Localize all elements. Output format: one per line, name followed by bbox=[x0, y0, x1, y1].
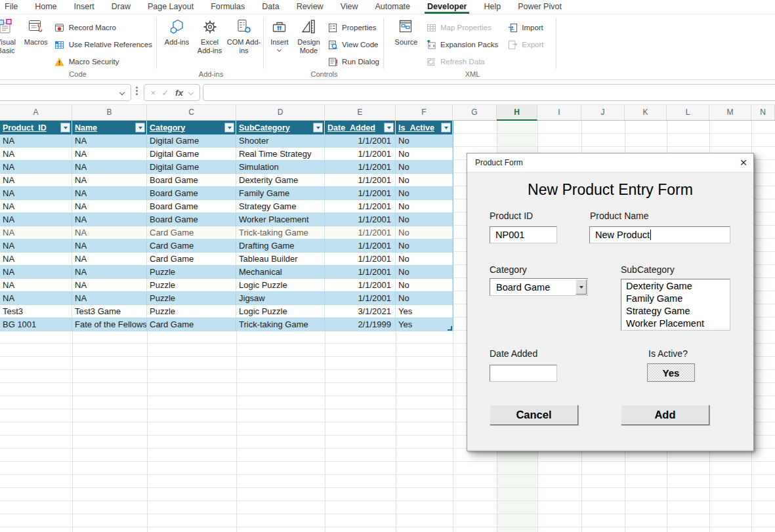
use-relative-references-button[interactable]: Use Relative References bbox=[51, 36, 156, 53]
combo-dropdown-button[interactable] bbox=[576, 279, 587, 295]
table-cell[interactable]: No bbox=[396, 134, 453, 148]
table-cell[interactable]: Logic Puzzle bbox=[236, 279, 325, 292]
tab-developer[interactable]: Developer bbox=[419, 0, 475, 14]
table-cell[interactable]: Test3 Game bbox=[72, 305, 147, 318]
table-cell[interactable]: No bbox=[396, 213, 453, 226]
table-cell[interactable]: 1/1/2001 bbox=[325, 279, 396, 292]
table-cell[interactable]: Puzzle bbox=[147, 266, 236, 279]
dialog-title-bar[interactable]: Product Form × bbox=[467, 153, 753, 173]
table-cell[interactable]: No bbox=[396, 200, 453, 213]
column-header-F[interactable]: F bbox=[396, 105, 453, 120]
table-header-product_id[interactable]: Product_ID bbox=[0, 121, 72, 134]
table-cell[interactable]: NA bbox=[0, 134, 72, 148]
table-cell[interactable]: NA bbox=[0, 239, 72, 253]
table-cell[interactable]: 1/1/2001 bbox=[325, 161, 396, 174]
table-cell[interactable]: Puzzle bbox=[147, 305, 236, 318]
column-header-K[interactable]: K bbox=[625, 105, 667, 120]
table-cell[interactable]: NA bbox=[72, 161, 147, 174]
column-header-N[interactable]: N bbox=[751, 105, 775, 120]
column-header-E[interactable]: E bbox=[325, 105, 396, 120]
table-cell[interactable]: 2/1/1999 bbox=[325, 318, 396, 331]
table-cell[interactable]: Mechanical bbox=[236, 266, 325, 279]
table-cell[interactable]: NA bbox=[0, 174, 72, 187]
table-cell[interactable]: Real Time Strategy bbox=[236, 148, 325, 161]
add-ins-button[interactable]: Add-ins bbox=[161, 14, 193, 47]
table-cell[interactable]: Shooter bbox=[236, 134, 325, 148]
table-cell[interactable]: NA bbox=[72, 266, 147, 279]
filter-dropdown-button[interactable] bbox=[313, 123, 323, 133]
table-cell[interactable]: Digital Game bbox=[147, 134, 236, 148]
table-cell[interactable]: 1/1/2001 bbox=[325, 148, 396, 161]
table-resize-handle[interactable] bbox=[448, 326, 452, 331]
com-add-ins-button[interactable]: COM Add-ins bbox=[227, 14, 261, 54]
subcategory-listbox[interactable]: Dexterity GameFamily GameStrategy GameWo… bbox=[621, 279, 730, 331]
table-cell[interactable]: Digital Game bbox=[147, 161, 236, 174]
column-header-A[interactable]: A bbox=[0, 105, 72, 120]
table-header-is_active[interactable]: Is_Active bbox=[396, 121, 453, 134]
category-combobox[interactable]: Board Game bbox=[490, 278, 588, 296]
table-cell[interactable]: Logic Puzzle bbox=[236, 305, 325, 318]
subcategory-option[interactable]: Strategy Game bbox=[621, 305, 730, 317]
table-cell[interactable]: NA bbox=[72, 226, 147, 239]
visual-basic-button[interactable]: Visual Basic bbox=[0, 14, 21, 54]
source-button[interactable]: Source bbox=[390, 14, 423, 47]
table-cell[interactable]: Test3 bbox=[0, 305, 72, 318]
excel-add-ins-button[interactable]: Excel Add-ins bbox=[193, 14, 227, 54]
properties-button[interactable]: Properties bbox=[324, 19, 383, 36]
formula-input[interactable] bbox=[203, 84, 775, 101]
table-cell[interactable]: Card Game bbox=[147, 253, 236, 266]
table-header-category[interactable]: Category bbox=[147, 121, 236, 134]
table-cell[interactable]: 1/1/2001 bbox=[325, 239, 396, 253]
dialog-close-icon[interactable]: × bbox=[734, 153, 753, 172]
column-header-I[interactable]: I bbox=[537, 105, 581, 120]
table-cell[interactable]: Board Game bbox=[147, 213, 236, 226]
table-cell[interactable]: No bbox=[396, 174, 453, 187]
table-header-name[interactable]: Name bbox=[72, 121, 147, 134]
table-cell[interactable]: NA bbox=[0, 187, 72, 200]
table-cell[interactable]: NA bbox=[0, 148, 72, 161]
table-cell[interactable]: Family Game bbox=[236, 187, 325, 200]
import-button[interactable]: Import bbox=[504, 19, 547, 36]
table-cell[interactable]: NA bbox=[72, 187, 147, 200]
table-cell[interactable]: Simulation bbox=[236, 161, 325, 174]
tab-view[interactable]: View bbox=[332, 0, 367, 14]
table-cell[interactable]: No bbox=[396, 187, 453, 200]
add-button[interactable]: Add bbox=[621, 405, 709, 425]
table-header-subcategory[interactable]: SubCategory bbox=[236, 121, 325, 134]
fx-dropdown-icon[interactable] bbox=[188, 90, 194, 95]
filter-dropdown-button[interactable] bbox=[441, 123, 451, 133]
table-cell[interactable]: Trick-taking Game bbox=[236, 318, 325, 331]
table-cell[interactable]: Card Game bbox=[147, 239, 236, 253]
table-cell[interactable]: NA bbox=[0, 292, 72, 305]
table-cell[interactable]: Jigsaw bbox=[236, 292, 325, 305]
column-header-M[interactable]: M bbox=[709, 105, 751, 120]
table-cell[interactable]: Board Game bbox=[147, 200, 236, 213]
product-id-field[interactable]: NP001 bbox=[490, 226, 557, 243]
table-cell[interactable]: 1/1/2001 bbox=[325, 213, 396, 226]
column-header-G[interactable]: G bbox=[453, 105, 497, 120]
filter-dropdown-button[interactable] bbox=[384, 123, 394, 133]
table-cell[interactable]: Board Game bbox=[147, 187, 236, 200]
tab-help[interactable]: Help bbox=[475, 0, 509, 14]
table-cell[interactable]: 1/1/2001 bbox=[325, 174, 396, 187]
table-cell[interactable]: No bbox=[396, 266, 453, 279]
table-cell[interactable]: No bbox=[396, 253, 453, 266]
table-cell[interactable]: NA bbox=[72, 213, 147, 226]
table-cell[interactable]: NA bbox=[72, 292, 147, 305]
record-macro-button[interactable]: Record Macro bbox=[51, 19, 156, 36]
column-header-J[interactable]: J bbox=[581, 105, 625, 120]
subcategory-option[interactable]: Family Game bbox=[621, 293, 730, 305]
name-box-dropdown-icon[interactable] bbox=[119, 90, 125, 95]
column-header-H[interactable]: H bbox=[497, 105, 537, 121]
table-cell[interactable]: NA bbox=[72, 148, 147, 161]
table-cell[interactable]: NA bbox=[0, 266, 72, 279]
table-cell[interactable]: NA bbox=[72, 279, 147, 292]
table-cell[interactable]: Board Game bbox=[147, 174, 236, 187]
table-cell[interactable]: No bbox=[396, 239, 453, 253]
table-cell[interactable]: 1/1/2001 bbox=[325, 253, 396, 266]
table-cell[interactable]: Card Game bbox=[147, 318, 236, 331]
expansion-packs-button[interactable]: Expansion Packs bbox=[423, 36, 501, 53]
formula-bar-drag-handle[interactable] bbox=[136, 87, 138, 95]
table-cell[interactable]: Worker Placement bbox=[236, 213, 325, 226]
tab-automate[interactable]: Automate bbox=[367, 0, 419, 14]
